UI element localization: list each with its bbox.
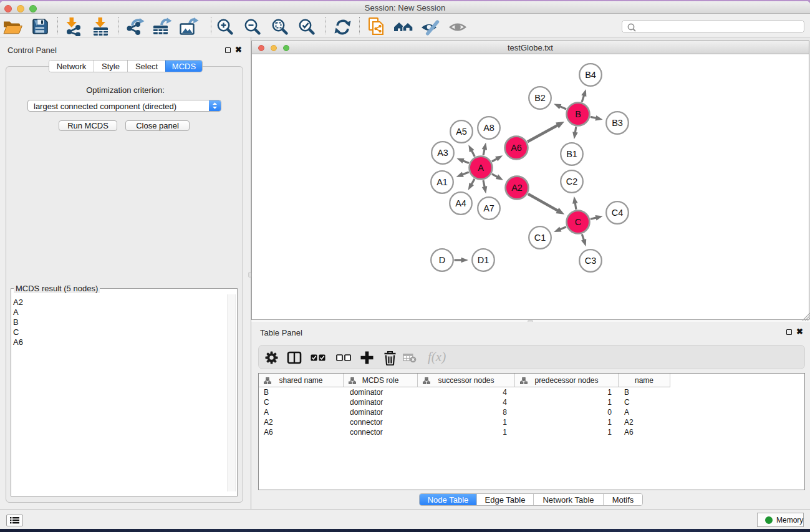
- svg-text:A4: A4: [455, 198, 466, 208]
- svg-text:C3: C3: [585, 256, 597, 266]
- svg-text:B1: B1: [566, 149, 577, 159]
- svg-text:A8: A8: [483, 123, 494, 133]
- svg-text:C1: C1: [534, 233, 546, 243]
- svg-text:B: B: [575, 109, 581, 119]
- svg-text:C4: C4: [612, 208, 624, 218]
- svg-text:B2: B2: [534, 93, 546, 103]
- svg-text:B3: B3: [612, 118, 623, 128]
- svg-text:D: D: [439, 255, 445, 265]
- svg-text:B4: B4: [585, 70, 596, 80]
- svg-text:A7: A7: [483, 203, 494, 213]
- svg-text:A3: A3: [437, 148, 448, 158]
- svg-text:A5: A5: [456, 127, 467, 137]
- svg-text:D1: D1: [478, 255, 489, 265]
- svg-text:C2: C2: [566, 177, 578, 186]
- svg-text:C: C: [575, 217, 581, 227]
- svg-text:A1: A1: [436, 177, 448, 187]
- svg-text:A: A: [478, 163, 484, 173]
- svg-text:A6: A6: [511, 143, 522, 153]
- svg-text:A2: A2: [511, 183, 523, 193]
